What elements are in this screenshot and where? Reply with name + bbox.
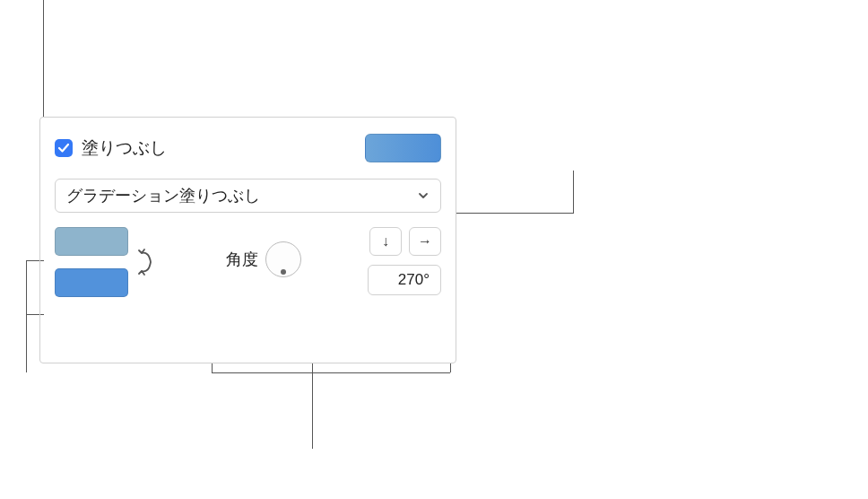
fill-checkbox-group[interactable]: 塗りつぶし: [55, 136, 167, 160]
swap-vertical-icon: [136, 246, 156, 278]
chevron-down-icon: [410, 182, 437, 209]
callout-line-right-v: [573, 171, 574, 214]
arrow-down-icon: ↓: [382, 233, 389, 250]
color-stop-1[interactable]: [55, 227, 128, 256]
direction-right-button[interactable]: →: [409, 227, 441, 256]
fill-header: 塗りつぶし: [55, 134, 441, 162]
callout-line-bottom-l: [212, 363, 213, 372]
callout-line-bottom-h: [212, 372, 450, 373]
direction-controls: ↓ → 270°: [368, 227, 441, 295]
swap-colors-button[interactable]: [134, 250, 159, 275]
direction-buttons: ↓ →: [369, 227, 441, 256]
callout-line-top: [43, 0, 44, 117]
angle-dial[interactable]: [265, 241, 301, 277]
checkmark-icon: [57, 142, 70, 154]
callout-line-left-down: [26, 314, 27, 372]
angle-input[interactable]: 270°: [368, 265, 441, 295]
arrow-right-icon: →: [418, 233, 432, 250]
callout-line-left1: [26, 260, 27, 314]
fill-preview-swatch[interactable]: [365, 134, 441, 162]
fill-type-dropdown[interactable]: グラデーション塗りつぶし: [55, 179, 441, 213]
angle-value: 270°: [398, 271, 430, 289]
callout-line-bottom: [312, 363, 313, 449]
angle-label: 角度: [226, 249, 258, 270]
angle-group: 角度: [226, 241, 301, 277]
stops-column: [55, 227, 128, 297]
gradient-controls: 角度 ↓ → 270°: [55, 227, 441, 297]
fill-type-label: グラデーション塗りつぶし: [66, 185, 260, 206]
fill-panel: 塗りつぶし グラデーション塗りつぶし: [39, 117, 456, 363]
fill-label: 塗りつぶし: [82, 136, 167, 160]
color-stop-2[interactable]: [55, 268, 128, 297]
callout-line-bottom-r: [450, 363, 451, 372]
color-stops-group: [55, 227, 159, 297]
fill-checkbox[interactable]: [55, 139, 73, 157]
direction-down-button[interactable]: ↓: [369, 227, 402, 256]
callout-line-right: [456, 213, 573, 214]
